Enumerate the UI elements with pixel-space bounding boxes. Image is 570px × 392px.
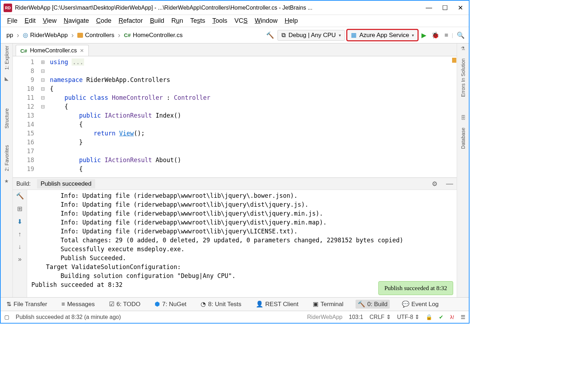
build-header: Build: Publish succeeded ⚙ —: [13, 178, 457, 190]
close-icon[interactable]: ✕: [458, 4, 463, 12]
status-message: Publish succeeded at 8:32 (a minute ago): [16, 314, 121, 320]
chevron-right-icon: ›: [16, 31, 20, 39]
collapse-icon[interactable]: ◣: [5, 76, 9, 81]
bottom-tool-bar: ⇅ File Transfer ≡ Messages ☑ 6: TODO ⬢ 7…: [1, 297, 469, 311]
menu-run[interactable]: Run: [169, 16, 186, 25]
crumb-file[interactable]: C# HomeController.cs: [121, 31, 186, 40]
gear-icon[interactable]: ⚙: [432, 180, 437, 188]
resharper-icon[interactable]: λ!: [450, 314, 454, 320]
status-cursor[interactable]: 103:1: [349, 314, 363, 320]
menu-window[interactable]: Window: [252, 16, 280, 25]
line-gutter: 18910111213141516171819: [13, 56, 38, 177]
menu-file[interactable]: File: [4, 16, 20, 25]
editor-area: C# HomeController.cs ✕ 18910111213141516…: [13, 43, 457, 297]
tool-explorer[interactable]: 1: Explorer: [4, 46, 10, 70]
menu-navigate[interactable]: Navigate: [61, 16, 92, 25]
build-icon[interactable]: 🔨: [265, 30, 275, 41]
window-controls: — ☐ ✕: [426, 4, 466, 12]
chevron-right-icon: ›: [117, 31, 121, 39]
tree-icon[interactable]: ⊞: [17, 205, 22, 213]
main-area: 1: Explorer ◣ Structure 2: Favorites ★ C…: [1, 43, 469, 297]
down-icon[interactable]: ↓: [18, 243, 21, 251]
search-icon[interactable]: 🔍: [455, 30, 466, 41]
bt-terminal[interactable]: ▣ Terminal: [311, 300, 346, 309]
status-project[interactable]: RiderWebApp: [307, 314, 342, 320]
menu-help[interactable]: Help: [282, 16, 301, 25]
toolbar: pp › ◎ RiderWebApp › Controllers › C# Ho…: [1, 27, 469, 43]
menu-edit[interactable]: Edit: [22, 16, 38, 25]
crumb-project[interactable]: ◎ RiderWebApp: [20, 30, 71, 40]
status-bar: ▢ Publish succeeded at 8:32 (a minute ag…: [1, 311, 469, 323]
right-tool-strip: ⚗ Errors In Solution 🗄 Database: [457, 43, 469, 297]
fold-strip: ⊞⊟⊟⊟⊟⊟: [38, 56, 47, 177]
tab-homecontroller[interactable]: C# HomeController.cs ✕: [16, 45, 89, 56]
bt-nuget[interactable]: ⬢ 7: NuGet: [152, 300, 188, 309]
bt-unit-tests[interactable]: ◔ 8: Unit Tests: [198, 300, 243, 309]
maximize-icon[interactable]: ☐: [442, 4, 448, 12]
app-logo-icon: RD: [4, 4, 12, 12]
more-icon[interactable]: »: [18, 256, 21, 263]
menu-vcs[interactable]: VCS: [232, 16, 250, 25]
menu-view[interactable]: View: [40, 16, 59, 25]
stop-icon[interactable]: ■: [443, 30, 450, 40]
run-config-label: Azure App Service: [359, 32, 409, 39]
run-icon[interactable]: ▶: [420, 30, 428, 41]
status-eol[interactable]: CRLF ⇕: [369, 314, 390, 320]
tool-structure[interactable]: Structure: [4, 108, 10, 129]
chevron-down-icon: ▾: [339, 33, 341, 38]
up-icon[interactable]: ↑: [18, 231, 21, 238]
hammer-icon[interactable]: 🔨: [16, 192, 24, 200]
crumb-folder[interactable]: Controllers: [74, 31, 117, 40]
build-body: 🔨 ⊞ ⬇ ↑ ↓ » Info: Updating file (riderwe…: [13, 190, 457, 297]
chevron-right-icon: ›: [71, 31, 74, 39]
toggle-toolwindows-icon[interactable]: ▢: [4, 314, 9, 320]
bt-messages[interactable]: ≡ Messages: [59, 300, 97, 309]
minimize-icon[interactable]: —: [426, 4, 432, 12]
title-bar: RD RiderWebApp [C:\Users\maart\Desktop\R…: [1, 1, 469, 15]
editor-tabs: C# HomeController.cs ✕: [13, 43, 457, 56]
menu-code[interactable]: Code: [93, 16, 114, 25]
menu-tests[interactable]: Tests: [187, 16, 208, 25]
tool-errors[interactable]: Errors In Solution: [460, 58, 466, 97]
bt-todo[interactable]: ☑ 6: TODO: [107, 300, 142, 309]
menu-build[interactable]: Build: [147, 16, 167, 25]
tool-database[interactable]: Database: [460, 128, 466, 149]
minimize-panel-icon[interactable]: —: [446, 180, 453, 188]
breadcrumb: pp › ◎ RiderWebApp › Controllers › C# Ho…: [4, 30, 186, 40]
lock-icon[interactable]: 🔒: [426, 314, 432, 320]
inspect-icon[interactable]: ✔: [439, 314, 444, 320]
status-encoding[interactable]: UTF-8 ⇕: [397, 314, 420, 320]
menu-tools[interactable]: Tools: [209, 16, 230, 25]
build-output[interactable]: Info: Updating file (riderwebapp\wwwroot…: [27, 190, 457, 297]
bt-event-log[interactable]: 💬 Event Log: [400, 300, 441, 309]
solution-config-dropdown[interactable]: ⧉ Debug | Any CPU ▾: [278, 30, 345, 41]
download-icon[interactable]: ⬇: [17, 218, 22, 226]
database-icon[interactable]: 🗄: [461, 115, 466, 120]
close-icon[interactable]: ✕: [80, 48, 84, 53]
memory-icon[interactable]: ☰: [461, 314, 465, 320]
error-stripe[interactable]: [452, 56, 457, 177]
flask-icon[interactable]: ⚗: [461, 46, 465, 51]
crumb-app[interactable]: pp: [4, 31, 16, 40]
toast-notification[interactable]: Publish succeeded at 8:32: [378, 281, 453, 295]
crumb-file-label: HomeController.cs: [133, 32, 183, 39]
solution-config-label: Debug | Any CPU: [289, 32, 336, 39]
bt-file-transfer[interactable]: ⇅ File Transfer: [4, 300, 49, 309]
warning-marker[interactable]: [452, 58, 456, 63]
bt-build[interactable]: 🔨 0: Build: [356, 300, 390, 309]
azure-icon: ▦: [351, 31, 357, 39]
crumb-folder-label: Controllers: [85, 32, 114, 39]
build-tool-window: Build: Publish succeeded ⚙ — 🔨 ⊞ ⬇ ↑ ↓ »…: [13, 177, 457, 297]
code-content[interactable]: using ... namespace RiderWebApp.Controll…: [47, 56, 452, 177]
star-icon[interactable]: ★: [4, 178, 9, 184]
tool-favorites[interactable]: 2: Favorites: [4, 145, 10, 171]
cs-file-icon: C#: [124, 32, 131, 38]
code-editor[interactable]: 18910111213141516171819 ⊞⊟⊟⊟⊟⊟ using ...…: [13, 56, 457, 177]
bt-rest-client[interactable]: 👤 REST Client: [254, 300, 301, 309]
crumb-project-label: RiderWebApp: [30, 32, 68, 39]
debug-icon[interactable]: 🐞: [430, 30, 441, 41]
config-icon: ⧉: [281, 32, 286, 39]
left-tool-strip: 1: Explorer ◣ Structure 2: Favorites ★: [1, 43, 13, 297]
run-config-dropdown[interactable]: ▦ Azure App Service ▾: [347, 30, 418, 41]
menu-refactor[interactable]: Refactor: [116, 16, 146, 25]
